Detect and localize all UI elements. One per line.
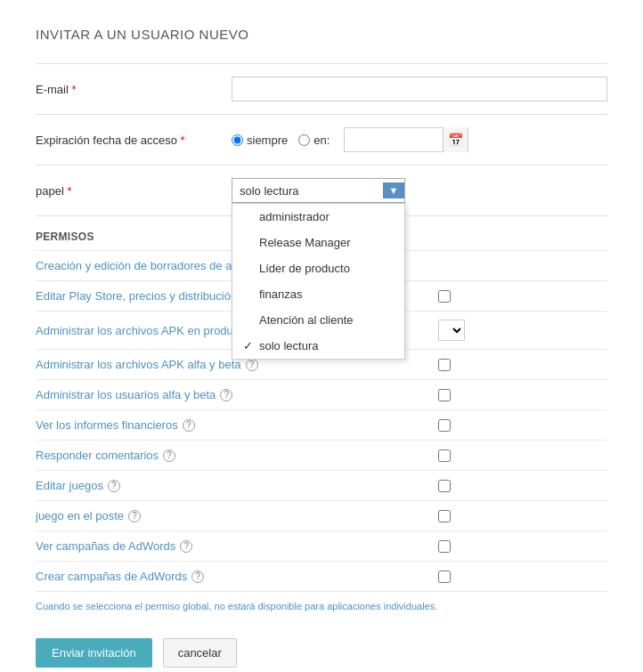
help-icon-adwords-create[interactable]: ? xyxy=(191,571,204,583)
permission-control-post-game xyxy=(429,510,607,522)
help-icon-post-game[interactable]: ? xyxy=(128,510,141,522)
check-mark-solo-lectura: ✓ xyxy=(243,339,254,352)
email-row: E-mail * xyxy=(36,64,607,115)
expiry-label: Expiración fecha de acceso * xyxy=(36,134,232,147)
checkbox-adwords-view[interactable] xyxy=(438,540,451,553)
role-label: papel * xyxy=(36,184,232,198)
permission-label-apk-alpha: Administrar los archivos APK alfa y beta… xyxy=(36,358,429,371)
radio-always-label[interactable]: siempre xyxy=(232,134,288,147)
email-label: E-mail * xyxy=(36,83,232,96)
help-icon-users-alpha[interactable]: ? xyxy=(220,389,232,401)
dropdown-item-finanzas[interactable]: finanzas xyxy=(232,281,404,307)
dropdown-item-lider-producto[interactable]: Líder de producto xyxy=(232,255,404,281)
required-star-expiry: * xyxy=(181,134,185,147)
help-icon-comments[interactable]: ? xyxy=(163,449,175,462)
permission-control-apk-prod xyxy=(429,320,607,341)
date-input-wrapper: 📅 xyxy=(344,127,468,152)
required-star: * xyxy=(71,83,76,96)
checkbox-post-game[interactable] xyxy=(438,510,451,522)
radio-always[interactable] xyxy=(232,134,243,146)
checkbox-play-store[interactable] xyxy=(438,290,451,303)
permission-label-financial: Ver los informes financieros ? xyxy=(36,418,429,432)
expiry-radio-group: siempre en: 📅 xyxy=(232,127,468,152)
help-icon-financial[interactable]: ? xyxy=(183,419,195,432)
help-icon-adwords-view[interactable]: ? xyxy=(180,540,192,553)
permission-row-adwords-create: Crear campañas de AdWords ? xyxy=(36,561,607,591)
dropdown-item-administrador[interactable]: administrador xyxy=(232,204,404,230)
permission-control-games xyxy=(429,480,607,492)
required-star-role: * xyxy=(67,184,71,198)
dropdown-item-atencion-cliente[interactable]: Atención al cliente xyxy=(232,307,404,333)
checkbox-adwords-create[interactable] xyxy=(438,571,451,583)
help-icon-apk-alpha[interactable]: ? xyxy=(246,359,258,371)
checkbox-comments[interactable] xyxy=(438,449,451,462)
permission-control-financial xyxy=(429,419,607,432)
send-invitation-button[interactable]: Enviar invitación xyxy=(36,638,152,668)
permission-label-comments: Responder comentarios ? xyxy=(36,449,429,462)
permission-row-post-game: juego en el poste ? xyxy=(36,500,607,530)
checkbox-financial[interactable] xyxy=(438,419,451,432)
cancel-button[interactable]: cancelar xyxy=(163,638,237,668)
permission-control-apk-alpha xyxy=(429,359,607,371)
permission-row-comments: Responder comentarios ? xyxy=(36,440,607,470)
permissions-footer-note: Cuando se selecciona el permiso global, … xyxy=(36,591,607,620)
permission-label-users-alpha: Administrar los usuarios alfa y beta ? xyxy=(36,388,429,401)
role-select-wrapper: solo lectura ▼ administrador Release Man… xyxy=(232,178,405,203)
expiry-row: Expiración fecha de acceso * siempre en:… xyxy=(36,115,607,166)
date-input[interactable] xyxy=(345,128,443,151)
permission-label-games: Editar juegos ? xyxy=(36,479,429,492)
permission-label-post-game: juego en el poste ? xyxy=(36,509,429,522)
radio-on[interactable] xyxy=(298,134,310,146)
permission-row-users-alpha: Administrar los usuarios alfa y beta ? xyxy=(36,379,607,409)
permission-label-adwords-view: Ver campañas de AdWords ? xyxy=(36,539,429,553)
radio-on-label[interactable]: en: xyxy=(298,134,330,147)
permission-control-adwords-view xyxy=(429,540,607,553)
permission-control-play-store xyxy=(429,290,607,303)
role-dropdown-menu: administrador Release Manager Líder de p… xyxy=(232,203,405,360)
checkbox-games[interactable] xyxy=(438,480,451,492)
page-title: INVITAR A UN USUARIO NUEVO xyxy=(36,27,607,42)
permission-control-adwords-create xyxy=(429,571,607,583)
dropdown-item-release-manager[interactable]: Release Manager xyxy=(232,230,404,255)
permission-row-financial: Ver los informes financieros ? xyxy=(36,409,607,440)
email-input[interactable] xyxy=(232,77,607,101)
role-selected-label: solo lectura xyxy=(240,184,298,198)
role-dropdown-arrow: ▼ xyxy=(383,182,404,198)
role-select-display[interactable]: solo lectura ▼ xyxy=(232,178,405,203)
checkbox-apk-alpha[interactable] xyxy=(438,359,451,371)
permission-row-adwords-view: Ver campañas de AdWords ? xyxy=(36,530,607,561)
help-icon-games[interactable]: ? xyxy=(108,480,120,492)
form-actions: Enviar invitación cancelar xyxy=(36,638,607,668)
select-apk-prod[interactable] xyxy=(438,320,465,341)
dropdown-item-solo-lectura[interactable]: ✓ solo lectura xyxy=(232,333,404,359)
checkbox-users-alpha[interactable] xyxy=(438,389,451,401)
role-row: papel * solo lectura ▼ administrador Rel… xyxy=(36,166,607,216)
calendar-button[interactable]: 📅 xyxy=(443,127,468,152)
permission-label-adwords-create: Crear campañas de AdWords ? xyxy=(36,570,429,583)
permission-row-games: Editar juegos ? xyxy=(36,470,607,500)
permission-control-comments xyxy=(429,449,607,462)
permission-control-users-alpha xyxy=(429,389,607,401)
